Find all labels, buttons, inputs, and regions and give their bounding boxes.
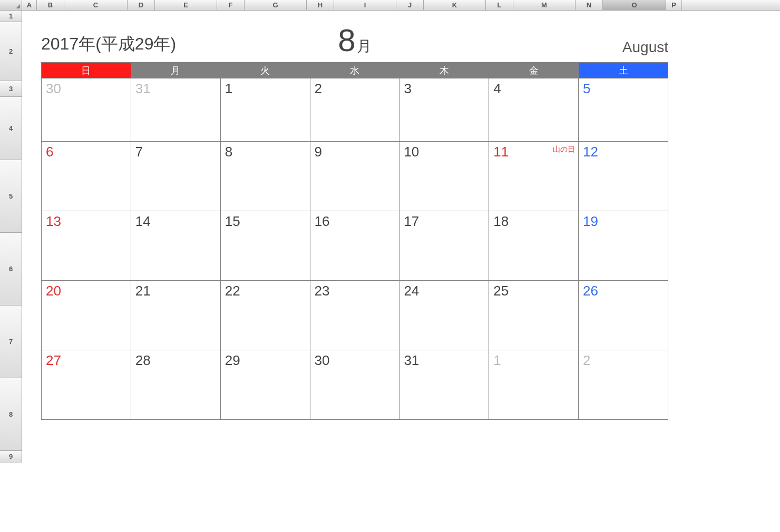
calendar-week-row: 303112345	[42, 78, 668, 142]
day-number: 28	[135, 352, 216, 369]
calendar-cell[interactable]: 29	[220, 350, 310, 420]
day-number: 31	[404, 352, 484, 369]
calendar-cell[interactable]: 23	[310, 281, 399, 350]
calendar-cell[interactable]: 9	[310, 142, 399, 211]
calendar-cell[interactable]: 25	[489, 281, 579, 350]
day-number: 2	[583, 352, 664, 369]
day-number: 16	[315, 213, 395, 230]
weekday-header: 日	[42, 63, 131, 78]
day-number: 17	[404, 213, 484, 230]
day-number: 23	[315, 283, 395, 299]
calendar-cell[interactable]: 30	[310, 350, 399, 420]
calendar-cell[interactable]: 7	[131, 142, 220, 211]
calendar-cell[interactable]: 6	[42, 142, 131, 211]
day-number: 1	[225, 81, 306, 97]
calendar-cell[interactable]: 2	[579, 350, 668, 420]
calendar-cell[interactable]: 27	[42, 350, 131, 420]
column-header-F[interactable]: F	[217, 0, 245, 10]
calendar-title-row: 2017年(平成29年) 8 月 August	[41, 22, 668, 62]
row-header-9[interactable]: 9	[0, 451, 22, 462]
day-number: 7	[135, 144, 216, 160]
spreadsheet: ABCDEFGHIJKLMNOP 123456789 2017年(平成29年) …	[0, 0, 780, 462]
row-header-5[interactable]: 5	[0, 160, 22, 233]
calendar-cell[interactable]: 24	[399, 281, 489, 350]
calendar-grid: 日月火水木金土 30311234567891011山の日121314151617…	[41, 62, 668, 420]
column-header-O[interactable]: O	[603, 0, 666, 10]
row-header-2[interactable]: 2	[0, 22, 22, 81]
column-header-H[interactable]: H	[307, 0, 334, 10]
day-number: 9	[315, 144, 395, 160]
calendar-week-row: 67891011山の日12	[42, 142, 668, 211]
column-header-J[interactable]: J	[396, 0, 424, 10]
day-number: 19	[583, 213, 664, 230]
calendar-cell[interactable]: 2	[310, 78, 399, 142]
column-header-I[interactable]: I	[334, 0, 396, 10]
day-number: 8	[225, 144, 306, 160]
calendar-cell[interactable]: 31	[131, 78, 220, 142]
column-header-M[interactable]: M	[513, 0, 576, 10]
calendar-cell[interactable]: 17	[399, 211, 489, 281]
column-header-N[interactable]: N	[576, 0, 603, 10]
weekday-header: 金	[489, 63, 579, 78]
row-header-4[interactable]: 4	[0, 97, 22, 160]
column-header-row: ABCDEFGHIJKLMNOP	[0, 0, 780, 11]
calendar-cell[interactable]: 3	[399, 78, 489, 142]
column-header-E[interactable]: E	[155, 0, 217, 10]
column-header-L[interactable]: L	[486, 0, 513, 10]
row-header-7[interactable]: 7	[0, 306, 22, 378]
calendar-cell[interactable]: 18	[489, 211, 579, 281]
column-header-K[interactable]: K	[424, 0, 486, 10]
calendar-cell[interactable]: 4	[489, 78, 579, 142]
day-number: 21	[135, 283, 216, 299]
day-number: 29	[225, 352, 306, 369]
day-number: 22	[225, 283, 306, 299]
row-header-6[interactable]: 6	[0, 233, 22, 306]
month-number: 8	[338, 22, 355, 58]
calendar-cell[interactable]: 21	[131, 281, 220, 350]
calendar-cell[interactable]: 30	[42, 78, 131, 142]
sheet-content[interactable]: 2017年(平成29年) 8 月 August 日月火水木金土 30311234…	[22, 11, 780, 462]
day-number: 12	[583, 144, 664, 160]
calendar-week-row: 13141516171819	[42, 211, 668, 281]
weekday-header: 土	[579, 63, 668, 78]
column-header-P[interactable]: P	[666, 0, 682, 10]
day-number: 4	[493, 81, 574, 97]
row-header-8[interactable]: 8	[0, 378, 22, 451]
row-header-1[interactable]: 1	[0, 11, 22, 22]
day-number: 24	[404, 283, 484, 299]
day-number: 13	[46, 213, 126, 230]
calendar-cell[interactable]: 26	[579, 281, 668, 350]
day-number: 2	[315, 81, 395, 97]
calendar: 2017年(平成29年) 8 月 August 日月火水木金土 30311234…	[41, 22, 668, 420]
calendar-cell[interactable]: 20	[42, 281, 131, 350]
calendar-cell[interactable]: 10	[399, 142, 489, 211]
calendar-cell[interactable]: 8	[220, 142, 310, 211]
calendar-cell[interactable]: 13	[42, 211, 131, 281]
row-header-3[interactable]: 3	[0, 81, 22, 97]
day-number: 1	[493, 352, 574, 369]
calendar-cell[interactable]: 19	[579, 211, 668, 281]
calendar-cell[interactable]: 1	[489, 350, 579, 420]
calendar-cell[interactable]: 31	[399, 350, 489, 420]
column-header-D[interactable]: D	[128, 0, 155, 10]
calendar-cell[interactable]: 14	[131, 211, 220, 281]
column-header-C[interactable]: C	[64, 0, 128, 10]
weekday-header: 水	[310, 63, 399, 78]
select-all-corner[interactable]	[0, 0, 22, 10]
calendar-cell[interactable]: 16	[310, 211, 399, 281]
calendar-cell[interactable]: 1	[220, 78, 310, 142]
calendar-cell[interactable]: 28	[131, 350, 220, 420]
calendar-cell[interactable]: 5	[579, 78, 668, 142]
column-header-G[interactable]: G	[245, 0, 307, 10]
day-number: 10	[404, 144, 484, 160]
month-english: August	[622, 39, 668, 56]
calendar-week-row: 272829303112	[42, 350, 668, 420]
day-number: 27	[46, 352, 126, 369]
calendar-cell[interactable]: 15	[220, 211, 310, 281]
calendar-week-row: 20212223242526	[42, 281, 668, 350]
calendar-cell[interactable]: 12	[579, 142, 668, 211]
column-header-A[interactable]: A	[22, 0, 37, 10]
column-header-B[interactable]: B	[37, 0, 64, 10]
calendar-cell[interactable]: 11山の日	[489, 142, 579, 211]
calendar-cell[interactable]: 22	[220, 281, 310, 350]
